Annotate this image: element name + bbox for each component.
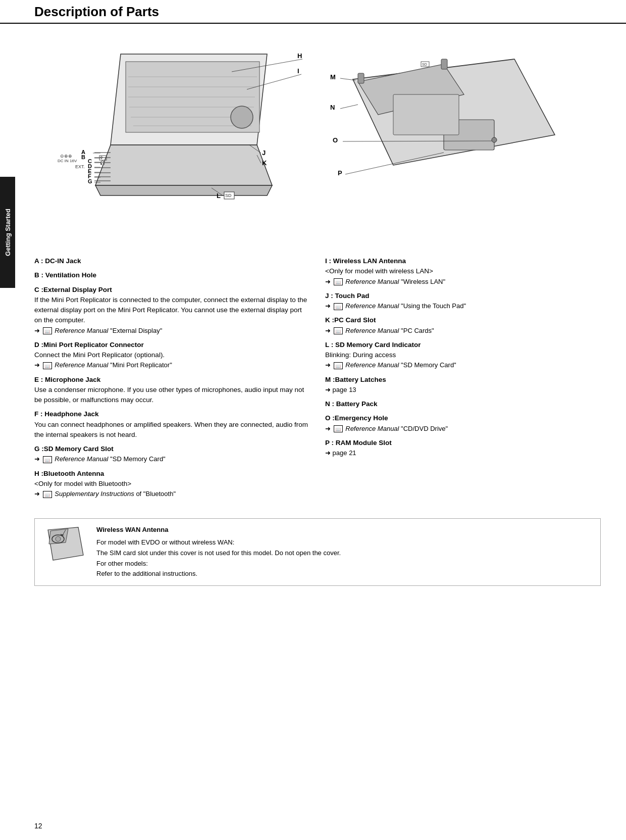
part-I: I : Wireless LAN Antenna <Only for model… [325,256,601,287]
info-box: Wireless WAN Antenna For model with EVDO… [34,518,601,586]
info-box-line-3: For other models: [96,559,341,569]
page-number: 12 [34,822,42,830]
part-K-key: K [325,316,330,324]
svg-point-8 [231,106,253,128]
info-box-line-1: For model with EVDO or without wireless … [96,537,341,548]
svg-text:N: N [330,104,335,111]
wan-antenna-diagram [43,525,88,565]
part-C: C :External Display Port If the Mini Por… [34,285,310,336]
parts-col-left: A : DC-IN Jack B : Ventilation Hole C :E… [34,256,310,503]
part-B: B : Ventilation Hole [34,270,310,280]
svg-rect-54 [393,94,459,135]
svg-text:L: L [217,192,221,200]
part-B-name: Ventilation Hole [45,271,96,279]
part-K: K :PC Card Slot ➜ 📖 Reference Manual "PC… [325,315,601,336]
part-M-ref: ➜ page 13 [325,386,356,393]
part-L-key: L [325,341,329,349]
part-P-ref: ➜ page 21 [325,449,356,457]
part-I-ref: ➜ 📖 Reference Manual "Wireless LAN" [325,278,445,285]
part-M-name: Battery Latches [335,376,386,383]
svg-text:⊝⊕⊕: ⊝⊕⊕ [60,154,72,159]
svg-text:P: P [338,169,342,177]
part-A-name: DC-IN Jack [45,257,81,265]
part-M: M :Battery Latches ➜ page 13 [325,375,601,396]
part-L-detail: Blinking: During access [325,351,396,359]
part-D: D :Mini Port Replicator Connector Connec… [34,340,310,371]
part-G: G :SD Memory Card Slot ➜ 📖 Reference Man… [34,444,310,465]
info-box-line-2: The SIM card slot under this cover is no… [96,548,341,559]
part-O-name: Emergency Hole [335,414,388,422]
part-A-key: A [34,257,39,265]
sidebar-label: Getting Started [4,209,12,256]
part-H-key: H [34,470,39,477]
part-K-name: PC Card Slot [334,316,376,324]
part-C-key: C [34,286,39,293]
part-M-key: M [325,376,331,383]
part-L-ref: ➜ 📖 Reference Manual "SD Memory Card" [325,361,456,369]
parts-description: A : DC-IN Jack B : Ventilation Hole C :E… [34,256,601,503]
part-A: A : DC-IN Jack [34,256,310,266]
part-K-ref: ➜ 📖 Reference Manual "PC Cards" [325,327,434,334]
part-C-name: External Display Port [43,286,112,293]
part-P: P : RAM Module Slot ➜ page 21 [325,438,601,459]
svg-line-60 [340,105,358,109]
info-box-line-4: Refer to the additional instructions. [96,569,341,579]
part-F: F : Headphone Jack You can connect headp… [34,409,310,440]
part-H-subtext: <Only for model with Bluetooth> [34,480,131,487]
part-F-detail: You can connect headphones or amplified … [34,421,308,438]
svg-text:SD: SD [225,193,232,198]
diagram-area: ⊝⊕⊕ DC IN 16V 🎙 🎧 EXT. A B C [34,29,601,246]
part-J-name: Touch Pad [335,292,370,300]
svg-text:G: G [88,178,92,184]
part-N-name: Battery Pack [336,400,378,408]
svg-text:SD: SD [422,63,427,66]
svg-text:DC IN 16V: DC IN 16V [58,159,77,163]
page-title: Description of Parts [34,4,159,19]
svg-text:I: I [297,67,299,75]
svg-marker-10 [95,185,272,195]
part-G-key: G [34,445,40,453]
part-N: N : Battery Pack [325,399,601,409]
part-P-name: RAM Module Slot [336,439,392,447]
part-I-subtext: <Only for model with wireless LAN> [325,267,433,275]
part-O: O :Emergency Hole ➜ 📖 Reference Manual "… [325,413,601,434]
main-content: ⊝⊕⊕ DC IN 16V 🎙 🎧 EXT. A B C [0,29,626,586]
svg-text:🎙: 🎙 [100,156,103,160]
part-H: H :Bluetooth Antenna <Only for model wit… [34,469,310,500]
part-P-key: P [325,439,330,447]
part-G-ref: ➜ 📖 Reference Manual "SD Memory Card" [34,455,166,463]
svg-rect-66 [441,59,447,69]
part-E-key: E [34,376,39,383]
part-F-key: F [34,410,38,418]
part-D-key: D [34,341,39,349]
part-L: L : SD Memory Card Indicator Blinking: D… [325,340,601,371]
part-O-key: O [325,414,331,422]
part-E-name: Microphone Jack [45,376,100,383]
svg-point-53 [492,137,497,142]
part-C-ref: ➜ 📖 Reference Manual "External Display" [34,327,162,334]
svg-point-70 [56,536,61,541]
part-O-ref: ➜ 📖 Reference Manual "CD/DVD Drive" [325,425,448,432]
svg-rect-65 [358,73,364,83]
info-box-text-content: Wireless WAN Antenna For model with EVDO… [96,525,341,579]
part-H-ref: ➜ 📖 Supplementary Instructions of "Bluet… [34,490,176,498]
part-N-key: N [325,400,330,408]
part-D-ref: ➜ 📖 Reference Manual "Mini Port Replicat… [34,361,172,369]
svg-text:B: B [81,154,85,160]
part-J-key: J [325,292,329,300]
sidebar: Getting Started [0,177,15,288]
part-D-detail: Connect the Mini Port Replicator (option… [34,351,165,359]
part-I-key: I [325,257,327,265]
part-L-name: SD Memory Card Indicator [335,341,421,349]
page-header: Description of Parts [0,0,626,24]
part-E: E : Microphone Jack Use a condenser micr… [34,375,310,406]
part-H-name: Bluetooth Antenna [43,470,104,477]
svg-marker-9 [95,145,272,185]
parts-diagram: ⊝⊕⊕ DC IN 16V 🎙 🎧 EXT. A B C [34,29,601,246]
info-box-title: Wireless WAN Antenna [96,525,341,535]
svg-text:K: K [262,159,267,167]
part-C-detail: If the Mini Port Replicator is connected… [34,296,307,324]
svg-text:EXT.: EXT. [75,164,85,169]
part-F-name: Headphone Jack [44,410,98,418]
part-J-ref: ➜ 📖 Reference Manual "Using the Touch Pa… [325,302,466,310]
